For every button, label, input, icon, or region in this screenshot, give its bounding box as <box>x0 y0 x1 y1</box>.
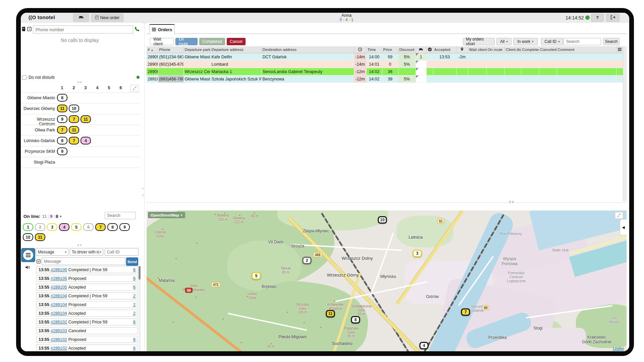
zone-driver-chip[interactable]: 7 <box>57 126 67 134</box>
orders-search-input[interactable] <box>564 38 601 45</box>
message-input[interactable] <box>42 257 125 265</box>
col-clock[interactable] <box>354 46 366 53</box>
speaker-icon[interactable] <box>25 265 30 271</box>
col-comment[interactable]: Comment <box>556 46 616 53</box>
composer-panel-splitter[interactable]: ∧∨ <box>77 243 82 247</box>
order-link[interactable]: #289105 <box>51 285 67 290</box>
zone-driver-chip[interactable]: 7 <box>69 115 79 123</box>
col-discount[interactable]: Discount <box>398 46 416 53</box>
driver-chip[interactable]: 8 <box>107 223 118 231</box>
help-button[interactable]: ? <box>591 14 604 22</box>
message-log-item[interactable]: 13:55#289104Proposed2 <box>36 301 138 308</box>
col-departure[interactable]: Departure address <box>210 46 261 53</box>
zone-driver-chip[interactable]: 11 <box>69 126 79 134</box>
map-driver-marker[interactable]: 4 <box>420 342 429 349</box>
order-link[interactable]: #289102 <box>51 346 67 351</box>
col-car[interactable] <box>416 46 426 53</box>
message-log-item[interactable]: 13:55#289104Completed | Price 592 <box>36 292 138 299</box>
col-accepted[interactable]: Accepted <box>433 46 456 53</box>
map-driver-marker[interactable]: 3 <box>413 250 422 257</box>
col-phone[interactable]: Phone <box>158 46 183 53</box>
call-icon[interactable] <box>135 26 140 33</box>
in-work-filter-dropdown[interactable]: In work ▾ <box>513 38 538 45</box>
message-log-item[interactable]: 13:55#289103Canceled <box>36 327 138 334</box>
message-mode-icon[interactable] <box>37 259 41 265</box>
map-driver-marker[interactable]: 5 <box>252 272 261 280</box>
message-log-item[interactable]: 13:55#289102Accepted6 <box>36 345 138 351</box>
zone-driver-chip[interactable]: 8 <box>57 137 67 144</box>
map-driver-marker[interactable]: 2 <box>303 257 312 264</box>
col-destination[interactable]: Destination address <box>261 46 354 53</box>
zone-driver-chip[interactable]: 11 <box>80 115 91 123</box>
send-button[interactable]: Send <box>126 257 138 266</box>
driver-number-link[interactable]: 6 <box>133 285 136 290</box>
map-driver-marker[interactable]: 11 <box>326 310 335 317</box>
driver-number-link[interactable]: 6 <box>133 276 136 281</box>
map-driver-marker[interactable]: 8 <box>351 316 360 323</box>
message-target-select[interactable]: To driver with ic ▾ <box>70 248 103 256</box>
driver-search-input[interactable] <box>105 212 136 219</box>
new-order-button[interactable]: New order <box>91 14 123 22</box>
map-expand-button[interactable] <box>615 212 623 219</box>
col-client_disc[interactable]: Client disc <box>504 46 521 53</box>
map-driver-marker[interactable]: 7 <box>461 308 470 316</box>
tab-orders[interactable]: Orders <box>149 24 175 35</box>
driver-chip[interactable]: 7 <box>95 223 106 231</box>
my-orders-short-button[interactable]: My orders short <box>463 38 495 45</box>
col-pin[interactable] <box>456 46 468 53</box>
order-link[interactable]: #289104 <box>51 302 67 307</box>
col-completed[interactable]: Completed <box>521 46 539 53</box>
map[interactable]: OpenStreetMap ▾ ◀ Leaflet ▲▲▲▲▲▲▲▲▲▲▲▲▲▲… <box>147 210 627 351</box>
logout-button[interactable] <box>606 14 620 22</box>
zone-driver-chip[interactable]: 9 <box>57 115 67 123</box>
message-log-item[interactable]: 13:55#289102Completed | Price 596 <box>36 318 138 325</box>
driver-number-link[interactable]: 6 <box>133 320 136 324</box>
driver-chip[interactable]: 2 <box>35 223 45 231</box>
col-parking[interactable]: Departure parking <box>183 46 210 53</box>
map-attribution[interactable]: Leaflet <box>613 347 624 351</box>
driver-number-link[interactable]: 6 <box>133 337 136 342</box>
order-row[interactable]: 289099Wrzeszcz CentrMariacka 1SensoLandi… <box>147 68 623 75</box>
col-canceled[interactable]: Canceled <box>539 46 556 53</box>
collapse-left-arrow[interactable]: ‹ <box>141 185 145 192</box>
dial-select-icon[interactable] <box>27 26 32 33</box>
message-type-select[interactable]: Message ▾ <box>36 248 68 256</box>
message-menu-button[interactable] <box>21 248 35 262</box>
call-id-input[interactable] <box>105 248 139 256</box>
phonebook-icon[interactable] <box>21 26 26 33</box>
zone-driver-chip[interactable]: 7 <box>69 137 79 144</box>
zone-driver-chip[interactable]: 11 <box>57 105 67 112</box>
splitter-arrows[interactable]: ∧∨ <box>509 200 515 203</box>
map-panel-toggle[interactable]: ◀ <box>620 219 627 235</box>
orders-map-splitter[interactable] <box>147 202 627 203</box>
zone-driver-chip[interactable]: 10 <box>69 105 79 112</box>
order-link[interactable]: #289105 <box>51 276 67 281</box>
order-link[interactable]: #289102 <box>51 320 67 324</box>
order-link[interactable]: #289102 <box>51 337 67 342</box>
zone-driver-chip[interactable]: 8 <box>57 94 67 102</box>
order-row[interactable]: 289098(602)345-678Lombard-14m14:0105% <box>147 61 623 68</box>
driver-number-link[interactable]: 2 <box>133 294 136 298</box>
filter-wait-client[interactable]: Wait client <box>150 38 174 45</box>
col-on_route[interactable]: On route <box>486 46 504 53</box>
message-log-item[interactable]: 13:55#289105Accepted6 <box>36 284 138 291</box>
order-row[interactable]: 289097(501)234-567Główne MiastoKafe Delf… <box>147 53 623 61</box>
driver-number-link[interactable]: 2 <box>133 302 136 307</box>
chevron-down-icon[interactable]: ▾ <box>60 215 62 218</box>
order-link[interactable]: #289105 <box>51 267 67 272</box>
driver-number-link[interactable]: 6 <box>133 346 136 351</box>
map-driver-marker[interactable]: 10 <box>378 216 387 224</box>
message-log-item[interactable]: 13:55#289104Accepted2 <box>36 310 138 317</box>
driver-chip[interactable]: 6 <box>83 223 94 231</box>
orders-search-button[interactable]: Search <box>603 38 620 45</box>
filter-completed[interactable]: Completed <box>199 38 225 45</box>
order-link[interactable]: #289103 <box>51 328 67 333</box>
all-filter-dropdown[interactable]: All ▾ <box>496 38 512 45</box>
message-log-item[interactable]: 13:55#289105Proposed6 <box>36 275 138 282</box>
col-time[interactable]: Time <box>366 46 382 53</box>
filter-cancel[interactable]: Cancel <box>227 38 246 45</box>
operator-block[interactable]: Anna 9 | 4 | 1 <box>326 13 367 22</box>
zones-panel-splitter[interactable]: ∧∨ <box>77 80 82 84</box>
order-link[interactable]: #289104 <box>51 294 67 298</box>
message-log-scrollbar[interactable] <box>139 266 141 351</box>
